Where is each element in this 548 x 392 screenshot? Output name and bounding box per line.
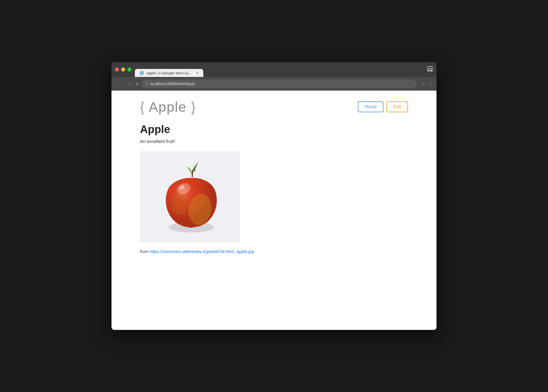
nav-buttons: Home Edit <box>358 101 408 112</box>
logo-title-text: Apple <box>145 99 191 115</box>
address-bar: ← → ↻ ⓘ localhost:8080/wiki/Apple ☆ ⋮ <box>111 77 437 91</box>
browser-tab[interactable]: 🌐 Apple | A Sample Vert.x-power ✕ <box>135 69 203 77</box>
logo-close-brace: } <box>191 99 196 115</box>
svg-point-2 <box>428 70 429 72</box>
url-bar[interactable]: ⓘ localhost:8080/wiki/Apple <box>141 79 417 88</box>
traffic-lights <box>115 68 131 72</box>
forward-button[interactable]: → <box>125 81 133 87</box>
bookmark-icon[interactable]: ☆ <box>421 81 425 87</box>
svg-rect-1 <box>427 68 433 69</box>
article-subtitle: An excellent fruit! <box>140 139 408 144</box>
edit-button[interactable]: Edit <box>386 101 408 112</box>
info-icon: ⓘ <box>145 81 149 86</box>
menu-icon[interactable] <box>427 66 433 73</box>
apple-image <box>140 151 240 242</box>
tab-favicon: 🌐 <box>139 71 144 75</box>
address-bar-right: ☆ ⋮ <box>421 81 433 87</box>
image-credit: from https://commons.wikimedia.org/wiki/… <box>140 249 408 254</box>
tab-bar: 🌐 Apple | A Sample Vert.x-power ✕ <box>135 62 427 77</box>
page-header: { Apple } Home Edit <box>140 99 408 115</box>
page-content: { Apple } Home Edit Apple An excellent f… <box>111 91 437 330</box>
maximize-button[interactable] <box>127 68 131 72</box>
url-display: localhost:8080/wiki/Apple <box>150 81 195 86</box>
svg-rect-0 <box>427 66 433 67</box>
home-button[interactable]: Home <box>358 101 384 112</box>
tab-title: Apple | A Sample Vert.x-power <box>146 71 194 75</box>
close-button[interactable] <box>115 68 119 72</box>
article-title: Apple <box>140 123 408 136</box>
back-button[interactable]: ← <box>115 81 123 87</box>
credit-from-text: from <box>140 249 150 254</box>
title-bar: 🌐 Apple | A Sample Vert.x-power ✕ <box>111 62 437 77</box>
reload-button[interactable]: ↻ <box>135 81 139 87</box>
tab-close-icon[interactable]: ✕ <box>196 71 199 75</box>
more-options-icon[interactable]: ⋮ <box>429 81 433 87</box>
credit-link[interactable]: https://commons.wikimedia.org/wiki/File:… <box>150 249 254 254</box>
browser-window: 🌐 Apple | A Sample Vert.x-power ✕ ← → ↻ … <box>111 62 437 330</box>
minimize-button[interactable] <box>121 68 125 72</box>
logo-open-brace: { <box>140 99 145 115</box>
site-logo: { Apple } <box>140 99 196 115</box>
